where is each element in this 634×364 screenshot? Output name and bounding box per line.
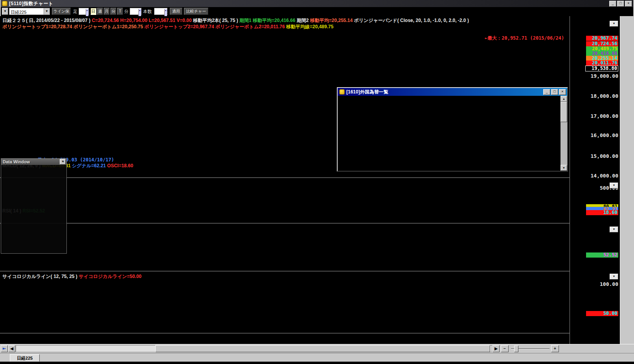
chart-tab-nikkei225[interactable]: 日経225 <box>10 354 40 362</box>
chart-region: 日経２２５( 日, 2014/05/22 - 2015/08/07 ) C=20… <box>0 16 634 344</box>
axis-tick-label: 15,000.00 <box>584 153 618 159</box>
scroll-left-button[interactable]: ◀ <box>8 345 15 352</box>
price-value-chip: 18.60 <box>586 210 618 215</box>
header-text: シグナル=62.21 <box>71 163 106 168</box>
scroll-down-icon[interactable]: ▼ <box>560 165 567 171</box>
apply-button[interactable]: 適用 <box>170 8 182 15</box>
pane-dropdown-button-4[interactable]: ▼ <box>610 274 618 280</box>
save-lines-button[interactable]: ライン保存 <box>52 8 71 15</box>
minimize-button[interactable]: _ <box>543 89 550 95</box>
period-button-2[interactable]: 週 <box>97 8 103 15</box>
close-button[interactable]: × <box>625 1 632 7</box>
forex-scrollbar[interactable]: ▲ ▼ <box>560 96 567 171</box>
symbol-list-dropdown-button[interactable]: ▼ <box>2 8 8 15</box>
period-button-4[interactable]: 分 <box>110 8 116 15</box>
period-button-1[interactable]: 日 <box>90 8 96 15</box>
header-text: OSCI=18.60 <box>106 163 133 168</box>
header-text: ボリンジャートップ2=20,967.74 ボリンジャーボトム2=20,011.7… <box>144 24 285 29</box>
bar-count-input[interactable]: 1▲▼ <box>79 8 89 15</box>
close-icon[interactable]: × <box>60 159 66 165</box>
header-text: 日経２２５( 日, 2014/05/22 - 2015/08/07 ) <box>2 18 92 23</box>
forex-window-title: [1610]外国為替一覧 <box>346 89 388 95</box>
status-bar: 日経225 <box>0 353 634 362</box>
header-text: サイコロジカルライン( 12, 75, 25 ) <box>2 274 79 279</box>
pane-dropdown-button-3[interactable]: ▼ <box>610 227 618 232</box>
pane-separator[interactable] <box>0 271 620 271</box>
axis-tick-label: 16,000.00 <box>584 132 618 138</box>
pane-separator[interactable] <box>0 177 620 178</box>
maximize-button[interactable]: □ <box>617 1 624 7</box>
price-value-chip: 19,538.80 <box>585 66 618 71</box>
slider-knob[interactable] <box>514 346 518 352</box>
spinner-icon[interactable]: ▲▼ <box>164 9 167 16</box>
pane-separator[interactable] <box>0 223 620 223</box>
count-input[interactable]: 300▲▼ <box>154 8 167 15</box>
minute-input[interactable]: 1▲▼ <box>130 8 142 15</box>
header-text: 移動平均2本( 25, 75 ) <box>192 18 239 23</box>
axis-tick-label: 14,000.00 <box>584 173 618 179</box>
price-value-chip: 50.00 <box>586 311 618 316</box>
axis-tick-label: 17,000.00 <box>584 113 618 119</box>
price-scale[interactable]: 19,000.0018,000.0017,000.0016,000.0015,0… <box>570 16 620 344</box>
header-text: ボリンジャートップ1=20,728.74 ボリンジャーボトム1=20,250.7… <box>2 24 144 29</box>
app-icon <box>2 1 7 6</box>
horizontal-scroll-row: ⇤ ◀ ▶ − + <box>0 344 634 353</box>
header-text: 期間1 移動平均=20,416.66 <box>239 18 295 23</box>
price-value-chip: 52.52 <box>586 252 618 258</box>
data-window-titlebar[interactable]: Data Window × <box>1 159 66 165</box>
main-toolbar: ▼ 日経225 ▼ ライン保存 足 1▲▼ 分 1▲▼ 本数 300▲▼ 適用 … <box>0 7 634 16</box>
period-button-3[interactable]: 月 <box>104 8 110 15</box>
minimize-button[interactable]: _ <box>609 1 616 7</box>
max-price-annotation: ←最大：20,952.71 (2015/06/24) <box>485 35 564 42</box>
maximize-button[interactable]: □ <box>551 89 558 95</box>
compare-chart-button[interactable]: 比較チャート <box>184 8 208 15</box>
header-text: C=20,724.56 H=20,754.00 L=20,567.51 V=0.… <box>92 18 191 23</box>
app-icon <box>339 89 345 95</box>
spinner-icon[interactable]: ▲▼ <box>138 9 141 16</box>
scroll-right-button[interactable]: ▶ <box>492 345 500 352</box>
minute-label: 分 <box>124 8 129 15</box>
drawing-toolbar <box>620 16 634 344</box>
forex-window-titlebar[interactable]: [1610]外国為替一覧 _ □ × <box>338 88 567 96</box>
price-value-chip: 20,724.56 <box>586 41 618 46</box>
forex-table <box>338 96 560 171</box>
count-label: 本数 <box>143 8 152 15</box>
title-bar: [5110]指数チャート _ □ × <box>0 0 634 7</box>
pane-dropdown-button-2[interactable]: ▼ <box>610 183 618 188</box>
header-text: サイコロジカルライン=50.00 <box>79 274 142 279</box>
chevron-down-icon[interactable]: ▼ <box>44 8 50 15</box>
price-value-chip: 20,967.74 <box>586 36 618 41</box>
price-value-chip: 20,011.76 <box>586 60 618 66</box>
axis-tick-label: 100.00 <box>584 281 618 287</box>
spinner-icon[interactable]: ▲▼ <box>86 9 88 16</box>
close-button[interactable]: × <box>559 89 566 95</box>
window-title: [5110]指数チャート <box>9 0 53 7</box>
chart-header-line1: 日経２２５( 日, 2014/05/22 - 2015/08/07 ) C=20… <box>2 17 469 24</box>
forex-rates-window[interactable]: [1610]外国為替一覧 _ □ × ▲ ▼ <box>337 87 568 172</box>
scroll-up-icon[interactable]: ▲ <box>560 96 567 102</box>
zoom-out-button[interactable]: − <box>501 345 509 352</box>
header-text: 期間2 <box>295 18 309 23</box>
zoom-slider[interactable] <box>511 345 549 352</box>
header-text: 移動平均線=20,489.75 <box>285 24 334 29</box>
pane-dropdown-button-1[interactable]: ▼ <box>610 21 618 27</box>
axis-tick-label: 19,000.00 <box>584 73 618 79</box>
axis-tick-label: 18,000.00 <box>584 93 618 99</box>
pane-separator[interactable] <box>0 333 620 333</box>
scroll-to-start-button[interactable]: ⇤ <box>1 345 8 352</box>
bottom-strip <box>0 362 634 364</box>
zoom-in-button[interactable]: + <box>551 345 559 352</box>
bar-label: 足 <box>73 8 77 15</box>
header-text: 移動平均=20,255.14 <box>309 18 353 23</box>
symbol-combobox[interactable]: 日経225 ▼ <box>9 8 50 15</box>
header-text: ボリンジャーバンド( Close, 20, 1.0, -1.0, 0, 2.0,… <box>353 18 469 23</box>
symbol-value: 日経225 <box>11 9 26 16</box>
price-chart-canvas[interactable] <box>0 16 570 344</box>
scrollbar-thumb[interactable] <box>155 345 490 352</box>
psych-pane-header: サイコロジカルライン( 12, 75, 25 ) サイコロジカルライン=50.0… <box>2 273 142 280</box>
period-button-5[interactable]: T <box>117 8 123 15</box>
scrollbar-thumb[interactable] <box>560 102 567 122</box>
application-window: [5110]指数チャート _ □ × ▼ 日経225 ▼ ライン保存 足 1▲▼… <box>0 0 634 364</box>
data-window-panel[interactable]: Data Window × <box>1 158 67 254</box>
chart-header-line2: ボリンジャートップ1=20,728.74 ボリンジャーボトム1=20,250.7… <box>2 24 333 30</box>
